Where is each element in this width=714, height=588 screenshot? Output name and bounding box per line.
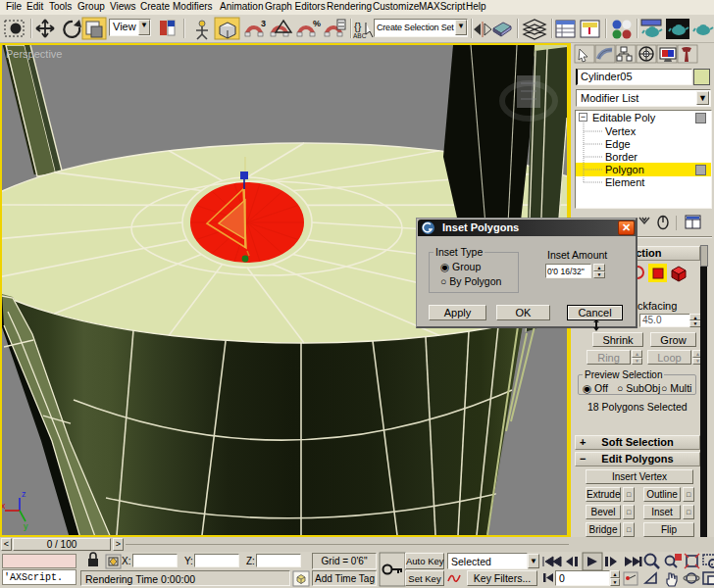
svg-text:Perspective: Perspective <box>6 48 62 60</box>
svg-text:%: % <box>313 19 321 28</box>
svg-text:ABC: ABC <box>353 32 367 39</box>
svg-text:y: y <box>24 521 28 531</box>
svg-text:z: z <box>22 489 26 499</box>
svg-text:x: x <box>2 501 6 511</box>
svg-text:3: 3 <box>261 19 266 28</box>
svg-text:{}: {} <box>354 21 362 32</box>
